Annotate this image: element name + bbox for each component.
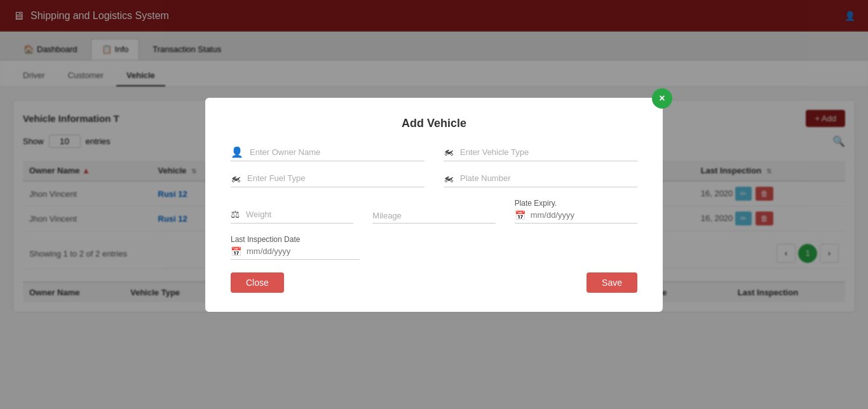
mileage-input[interactable]: [372, 211, 495, 220]
form-row-last-inspection: Last Inspection Date 📅: [231, 235, 637, 260]
mileage-field: [372, 211, 495, 224]
plate-expiry-field: Plate Expiry. 📅: [515, 199, 637, 224]
modal-title: Add Vehicle: [231, 117, 637, 130]
last-inspection-wrap: 📅: [231, 246, 360, 260]
owner-name-input[interactable]: [250, 147, 424, 157]
modal-footer: Close Save: [231, 272, 637, 293]
weight-field: ⚖: [231, 208, 353, 224]
last-inspection-field: Last Inspection Date 📅: [231, 235, 360, 260]
plate-number-field: 🏍: [444, 173, 637, 187]
modal-overlay: × Add Vehicle 👤 🏍 🏍 🏍: [0, 0, 868, 409]
modal-form-grid: 👤 🏍 🏍 🏍 ⚖: [231, 146, 637, 260]
plate-number-input[interactable]: [460, 173, 637, 183]
plate-expiry-wrap: 📅: [515, 210, 637, 224]
fuel-type-field: 🏍: [231, 173, 424, 187]
calendar-icon-inspection: 📅: [231, 246, 241, 257]
fuel-type-input[interactable]: [247, 173, 424, 183]
weight-input[interactable]: [246, 210, 353, 219]
weight-icon: ⚖: [231, 208, 240, 220]
plate-expiry-label: Plate Expiry.: [515, 199, 637, 208]
vehicle-type-field: 🏍: [444, 146, 637, 161]
vehicle-icon: 🏍: [444, 146, 454, 158]
vehicle-type-input[interactable]: [460, 147, 637, 157]
plate-expiry-input[interactable]: [531, 210, 637, 220]
fuel-icon: 🏍: [231, 173, 241, 184]
calendar-icon-expiry: 📅: [515, 210, 526, 220]
owner-name-field: 👤: [231, 146, 424, 161]
add-vehicle-modal: × Add Vehicle 👤 🏍 🏍 🏍: [205, 98, 663, 312]
modal-close-button[interactable]: ×: [652, 88, 672, 109]
close-button[interactable]: Close: [231, 272, 284, 293]
person-icon: 👤: [231, 146, 243, 158]
last-inspection-input[interactable]: [247, 246, 360, 256]
last-inspection-label: Last Inspection Date: [231, 235, 360, 244]
form-row-three: ⚖ Plate Expiry. 📅: [231, 199, 637, 224]
plate-icon: 🏍: [444, 173, 454, 184]
save-button[interactable]: Save: [587, 272, 637, 293]
